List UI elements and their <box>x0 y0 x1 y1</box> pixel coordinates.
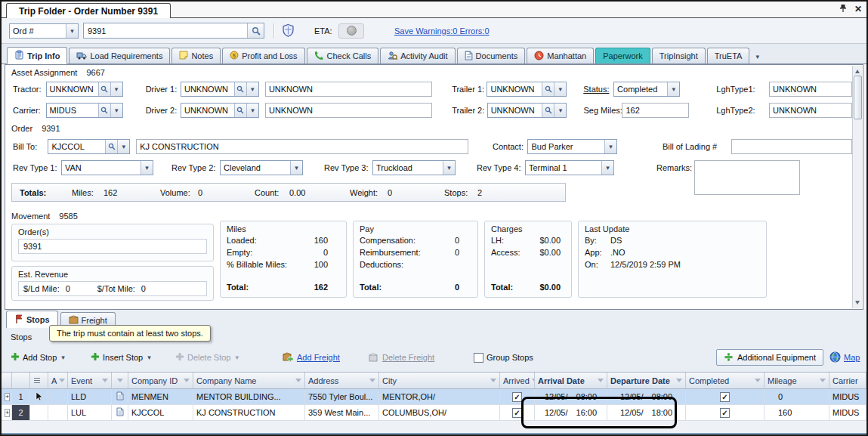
orders-value-field[interactable]: 9391 <box>18 239 207 254</box>
col-header-expand[interactable] <box>2 373 12 388</box>
filter-icon[interactable] <box>820 379 826 382</box>
lookup-icon[interactable] <box>105 140 117 153</box>
dropdown-arrow-icon[interactable]: ▾ <box>443 161 455 175</box>
save-warnings-link[interactable]: Save Warnings:0 Errors:0 <box>394 26 490 36</box>
col-header-doc[interactable] <box>112 373 128 388</box>
dropdown-arrow-icon[interactable]: ▾ <box>667 82 679 96</box>
cell-city[interactable]: COLUMBUS,OH/ <box>379 405 500 420</box>
scroll-down-icon[interactable] <box>855 301 860 305</box>
arrived-checkbox[interactable]: ✓ <box>512 392 522 402</box>
tractor-combo[interactable]: UNKNOWN ▾ <box>46 82 123 97</box>
tab-paperwork[interactable]: Paperwork <box>595 48 650 63</box>
completed-checkbox[interactable]: ✓ <box>720 392 730 402</box>
rev-type1-combo[interactable]: VAN ▾ <box>61 160 153 175</box>
cell-expand[interactable]: + <box>2 405 12 420</box>
cell-mileage[interactable]: 160 <box>765 405 829 420</box>
rev-type4-combo[interactable]: Terminal 1 ▾ <box>525 160 614 175</box>
group-stops-checkbox[interactable]: Group Stops <box>474 349 533 366</box>
col-header-mileage[interactable]: Mileage <box>765 373 829 388</box>
filter-icon[interactable] <box>369 379 375 382</box>
col-header-indicator[interactable] <box>30 373 48 388</box>
remarks-field[interactable] <box>694 160 800 195</box>
additional-equipment-button[interactable]: Additional Equipment <box>716 349 823 366</box>
lookup-icon[interactable] <box>98 82 110 96</box>
cell-company-name[interactable]: KJ CONSTRUCTION <box>193 405 305 420</box>
cell-city[interactable]: MENTOR,OH/ <box>379 389 500 404</box>
scroll-up-icon[interactable] <box>855 70 860 73</box>
tab-profit-and-loss[interactable]: $ Profit and Loss <box>222 48 304 63</box>
tab-check-calls[interactable]: Check Calls <box>307 48 379 63</box>
tab-notes[interactable]: Notes <box>171 48 221 63</box>
delete-freight-link[interactable]: Delete Freight <box>369 349 434 366</box>
cell-completed[interactable]: ✓ <box>686 389 765 404</box>
driver1-combo[interactable]: UNKNOWN ▾ <box>181 82 259 97</box>
cell-doc[interactable] <box>112 405 128 420</box>
tab-overflow-icon[interactable]: ▾ <box>755 53 759 60</box>
filter-icon[interactable] <box>117 379 123 382</box>
dropdown-arrow-icon[interactable]: ▾ <box>246 104 258 117</box>
driver2-name-field[interactable]: UNKNOWN <box>265 103 432 118</box>
add-freight-link[interactable]: Add Freight <box>283 349 340 366</box>
status-label[interactable]: Status: <box>583 82 613 97</box>
filter-icon[interactable] <box>102 379 108 382</box>
cell-event[interactable]: LUL <box>68 405 112 420</box>
cell-a[interactable] <box>48 389 68 404</box>
tab-trueta[interactable]: TruETA <box>707 48 750 63</box>
tab-documents[interactable]: Documents <box>457 48 526 63</box>
dropdown-arrow-icon[interactable]: ▾ <box>246 82 258 96</box>
shield-icon[interactable] <box>283 23 294 39</box>
dropdown-arrow-icon[interactable]: ▾ <box>290 161 302 175</box>
filter-icon[interactable] <box>295 379 301 382</box>
delete-stop-button[interactable]: Delete Stop ▾ <box>175 349 239 366</box>
main-scrollbar[interactable] <box>852 66 862 308</box>
tab-manhattan[interactable]: Manhattan <box>527 48 594 63</box>
pin-icon[interactable] <box>839 4 847 14</box>
trailer2-combo[interactable]: UNKNOWN ▾ <box>487 103 567 118</box>
rev-type3-combo[interactable]: Truckload ▾ <box>372 160 456 175</box>
order-number-input[interactable]: 9391 <box>83 23 264 39</box>
close-button[interactable]: ✕ <box>854 4 862 14</box>
bill-of-lading-field[interactable] <box>731 139 852 154</box>
expand-icon[interactable]: + <box>5 393 10 401</box>
lghtype2-field[interactable]: UNKNOWN <box>769 103 852 118</box>
insert-stop-button[interactable]: Insert Stop ▾ <box>91 349 151 366</box>
dropdown-arrow-icon[interactable]: ▾ <box>601 161 613 175</box>
col-header-departure-date[interactable]: Departure Date <box>607 373 686 388</box>
driver1-name-field[interactable]: UNKNOWN <box>265 82 432 97</box>
trailer1-combo[interactable]: UNKNOWN ▾ <box>487 82 567 97</box>
bill-to-combo[interactable]: KJCCOL ▾ <box>48 139 130 154</box>
lookup-icon[interactable] <box>98 104 110 117</box>
stop-row[interactable]: + 1 LLD MENMEN MENTOR BUILDING... 7550 T… <box>2 389 866 405</box>
bill-to-name-field[interactable]: KJ CONSTRUCTION <box>136 139 468 154</box>
dropdown-arrow-icon[interactable]: ▾ <box>604 140 616 153</box>
expand-icon[interactable]: + <box>5 409 10 417</box>
filter-icon[interactable] <box>598 379 604 382</box>
lghtype1-field[interactable]: UNKNOWN <box>769 82 852 97</box>
tab-activity-audit[interactable]: Activity Audit <box>380 48 455 63</box>
col-header-carrier[interactable]: Carrier <box>829 373 866 388</box>
ord-type-combo[interactable]: Ord # ▾ <box>9 23 79 39</box>
cell-mileage[interactable]: 0 <box>765 389 829 404</box>
contact-combo[interactable]: Bud Parker ▾ <box>527 139 617 154</box>
filter-icon[interactable] <box>490 379 496 382</box>
seg-miles-field[interactable]: 162 <box>622 103 689 118</box>
col-header-a[interactable]: A <box>48 373 68 388</box>
rev-type2-combo[interactable]: Cleveland ▾ <box>220 160 303 175</box>
filter-icon[interactable] <box>184 379 190 382</box>
completed-checkbox[interactable]: ✓ <box>720 408 730 418</box>
cell-doc[interactable] <box>112 389 128 404</box>
carrier-combo[interactable]: MIDUS ▾ <box>46 103 123 118</box>
tab-tripinsight[interactable]: TripInsight <box>652 48 706 63</box>
lookup-icon[interactable] <box>234 82 246 96</box>
dropdown-arrow-icon[interactable]: ▾ <box>117 140 129 153</box>
dropdown-arrow-icon[interactable]: ▾ <box>110 104 122 117</box>
col-header-event[interactable]: Event <box>68 373 112 388</box>
map-link[interactable]: Map <box>829 349 860 366</box>
status-combo[interactable]: Completed ▾ <box>613 82 680 97</box>
cell-address[interactable]: 7550 Tyler Boul... <box>305 389 379 404</box>
dropdown-arrow-icon[interactable]: ▾ <box>554 104 566 117</box>
col-header-company-name[interactable]: Company Name <box>193 373 305 388</box>
tab-trip-info[interactable]: Trip Info <box>7 47 67 64</box>
dropdown-arrow-icon[interactable]: ▾ <box>554 82 566 96</box>
add-stop-button[interactable]: Add Stop ▾ <box>11 349 65 366</box>
